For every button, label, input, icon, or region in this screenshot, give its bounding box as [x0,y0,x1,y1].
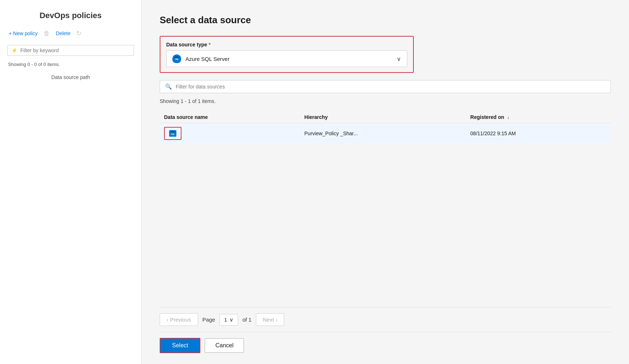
search-box: 🔍 [160,80,611,93]
separator-2: ↻ [76,29,82,37]
dialog-title: Select a data source [160,15,611,26]
delete-button[interactable]: Delete [56,29,70,38]
table-row[interactable]: SQL Purview_Policy _Shar... 08/11/2022 9… [160,123,611,144]
previous-button[interactable]: ‹ Previous [160,313,198,326]
of-text: of 1 [242,317,252,323]
chevron-down-page-icon: ∨ [229,317,233,323]
cancel-button[interactable]: Cancel [205,338,244,353]
svg-point-4 [170,131,175,133]
sql-server-icon: SQL [172,54,181,63]
data-source-table: Data source name Hierarchy Registered on… [160,111,611,144]
items-showing-text: Showing 1 - 1 of 1 items. [160,98,611,104]
svg-text:SQL: SQL [171,133,175,135]
separator-1: 🗑 [44,30,50,37]
type-selector-inner: SQL Azure SQL Server [172,54,229,63]
filter-icon: ⚡ [11,47,17,53]
table-cell-registered: 08/11/2022 9:15 AM [466,123,611,144]
selected-row-box: SQL [164,127,181,140]
select-button[interactable]: Select [160,338,200,353]
chevron-down-icon: ∨ [397,55,401,62]
page-select[interactable]: 1 ∨ [220,314,238,326]
sidebar: DevOps policies + New policy 🗑 Delete ↻ … [0,0,142,364]
next-button[interactable]: Next › [256,313,284,326]
pagination-bar: ‹ Previous Page 1 ∨ of 1 Next › [160,307,611,332]
search-icon: 🔍 [165,83,172,90]
data-source-path-label: Data source path [7,74,134,80]
filter-input[interactable] [20,47,130,53]
col-name-header: Data source name [160,111,300,123]
required-star: * [209,42,211,47]
type-selector[interactable]: SQL Azure SQL Server ∨ [166,50,407,67]
col-hierarchy-header: Hierarchy [300,111,466,123]
filter-box: ⚡ [7,45,134,56]
data-source-type-label: Data source type * [166,42,407,47]
table-cell-name[interactable]: SQL [160,123,300,144]
type-selector-text: Azure SQL Server [185,56,229,62]
new-policy-button[interactable]: + New policy [9,29,38,38]
sql-row-icon: SQL [168,129,177,138]
spacer [160,151,611,307]
sidebar-title: DevOps policies [7,11,134,20]
main-dialog: Select a data source Data source type * … [142,0,629,364]
sort-arrow-icon: ↓ [507,115,509,120]
table-header-row: Data source name Hierarchy Registered on… [160,111,611,123]
sidebar-showing-text: Showing 0 - 0 of 0 items. [7,62,134,67]
search-input[interactable] [176,84,605,90]
sidebar-actions: + New policy 🗑 Delete ↻ [7,29,134,38]
data-source-type-section: Data source type * SQL Azure SQL Server … [160,36,414,73]
action-bar: Select Cancel [160,332,611,353]
svg-text:SQL: SQL [175,58,179,60]
col-registered-header: Registered on ↓ [466,111,611,123]
page-label: Page [203,317,215,323]
table-cell-hierarchy: Purview_Policy _Shar... [300,123,466,144]
